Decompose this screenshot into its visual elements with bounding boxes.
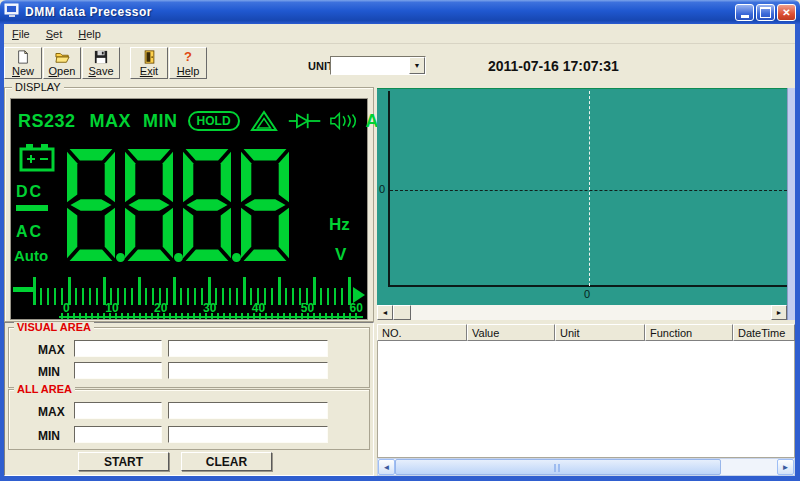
column-header-value[interactable]: Value bbox=[467, 324, 555, 341]
chart-x-axis bbox=[388, 285, 787, 287]
menu-file[interactable]: File bbox=[4, 26, 38, 42]
hold-indicator: HOLD bbox=[188, 111, 240, 131]
dc-bar-indicator bbox=[16, 205, 48, 211]
visual-max-field-2[interactable] bbox=[168, 340, 328, 357]
chart-y-zero-label: 0 bbox=[379, 183, 385, 195]
lcd-panel: RS232 MAX MIN HOLD bbox=[10, 98, 368, 320]
chart-x-zero-label: 0 bbox=[584, 288, 590, 300]
app-icon bbox=[4, 3, 20, 22]
seven-segment-digit bbox=[125, 149, 173, 261]
close-button[interactable]: ✕ bbox=[777, 4, 796, 21]
battery-icon bbox=[19, 143, 55, 173]
all-area-label: ALL AREA bbox=[14, 384, 75, 395]
chart-horizontal-scrollbar[interactable]: ◄ ► bbox=[377, 305, 787, 320]
auto-indicator: Auto bbox=[14, 247, 48, 264]
window-border bbox=[0, 476, 800, 481]
all-max-field-2[interactable] bbox=[168, 402, 328, 419]
title-bar: DMM data Precessor ✕ bbox=[0, 0, 800, 24]
min-indicator: MIN bbox=[143, 111, 178, 132]
save-button[interactable]: Save bbox=[82, 47, 120, 79]
menu-set[interactable]: Set bbox=[38, 26, 71, 42]
chart-vertical-scrollbar[interactable] bbox=[787, 88, 795, 320]
new-button[interactable]: New bbox=[4, 47, 42, 79]
hz-unit-indicator: Hz bbox=[329, 215, 350, 235]
new-document-icon bbox=[16, 50, 30, 64]
data-table-header: NO. Value Unit Function DateTime bbox=[377, 324, 795, 341]
unit-combobox-value bbox=[331, 57, 409, 74]
negative-sign-indicator bbox=[13, 287, 35, 292]
clear-button[interactable]: CLEAR bbox=[181, 452, 272, 471]
exit-door-icon bbox=[143, 50, 156, 64]
all-min-label: MIN bbox=[38, 429, 60, 443]
decimal-point bbox=[116, 253, 125, 262]
chart-cursor-line bbox=[589, 91, 590, 286]
dc-indicator: DC bbox=[16, 183, 43, 201]
menu-bar: File Set Help bbox=[4, 24, 795, 44]
scroll-right-icon[interactable]: ► bbox=[771, 305, 787, 320]
visual-min-field-2[interactable] bbox=[168, 362, 328, 379]
unit-combobox[interactable]: ▼ bbox=[330, 56, 426, 75]
help-icon: ? bbox=[184, 50, 192, 63]
max-indicator: MAX bbox=[90, 111, 132, 132]
lcd-indicator-row: RS232 MAX MIN HOLD bbox=[18, 110, 406, 132]
datetime-display: 2011-07-16 17:07:31 bbox=[488, 58, 619, 74]
window-title: DMM data Precessor bbox=[25, 5, 152, 19]
chart-y-axis bbox=[388, 91, 390, 287]
seven-segment-digit bbox=[241, 149, 289, 261]
window-border bbox=[0, 24, 4, 481]
rs232-indicator: RS232 bbox=[18, 111, 76, 132]
exit-button[interactable]: Exit bbox=[130, 47, 168, 79]
minimize-button[interactable] bbox=[735, 4, 754, 21]
maximize-button[interactable] bbox=[756, 4, 775, 21]
chart-scrollbar-thumb[interactable] bbox=[393, 305, 411, 320]
menu-help[interactable]: Help bbox=[70, 26, 109, 42]
column-header-function[interactable]: Function bbox=[645, 324, 733, 341]
app-window: DMM data Precessor ✕ File Set Help New O… bbox=[0, 0, 800, 481]
column-header-no[interactable]: NO. bbox=[377, 324, 467, 341]
scroll-right-icon[interactable]: ► bbox=[777, 459, 794, 475]
display-group-label: DISPLAY bbox=[12, 82, 64, 93]
trend-chart: 0 0 bbox=[377, 88, 787, 305]
scroll-left-icon[interactable]: ◄ bbox=[377, 305, 393, 320]
save-floppy-icon bbox=[94, 50, 108, 64]
visual-min-label: MIN bbox=[38, 365, 60, 379]
column-header-datetime[interactable]: DateTime bbox=[733, 324, 795, 341]
seven-segment-digit bbox=[67, 149, 115, 261]
seven-segment-digit bbox=[183, 149, 231, 261]
all-min-field-1[interactable] bbox=[74, 426, 162, 443]
diode-icon bbox=[288, 112, 322, 130]
visual-max-label: MAX bbox=[38, 343, 65, 357]
decimal-point bbox=[174, 253, 183, 262]
table-scrollbar-thumb[interactable] bbox=[395, 459, 721, 475]
v-unit-indicator: V bbox=[335, 245, 346, 265]
visual-area-label: VISUAL AREA bbox=[14, 322, 94, 333]
chevron-down-icon[interactable]: ▼ bbox=[409, 57, 425, 74]
all-min-field-2[interactable] bbox=[168, 426, 328, 443]
open-button[interactable]: Open bbox=[43, 47, 81, 79]
scroll-left-icon[interactable]: ◄ bbox=[378, 459, 395, 475]
all-max-label: MAX bbox=[38, 405, 65, 419]
all-max-field-1[interactable] bbox=[74, 402, 162, 419]
data-table-body bbox=[377, 341, 795, 458]
delta-icon bbox=[250, 110, 278, 132]
column-header-unit[interactable]: Unit bbox=[555, 324, 645, 341]
seven-segment-digits bbox=[67, 149, 291, 263]
visual-max-field-1[interactable] bbox=[74, 340, 162, 357]
ac-indicator: AC bbox=[16, 223, 43, 241]
start-button[interactable]: START bbox=[78, 452, 169, 471]
decimal-point bbox=[232, 253, 241, 262]
table-horizontal-scrollbar[interactable]: ◄ ► bbox=[377, 458, 795, 476]
speaker-icon bbox=[329, 111, 361, 131]
help-button[interactable]: ? Help bbox=[169, 47, 207, 79]
window-border bbox=[795, 24, 800, 481]
open-folder-icon bbox=[55, 50, 70, 64]
visual-min-field-1[interactable] bbox=[74, 362, 162, 379]
bargraph-baseline bbox=[59, 316, 363, 318]
